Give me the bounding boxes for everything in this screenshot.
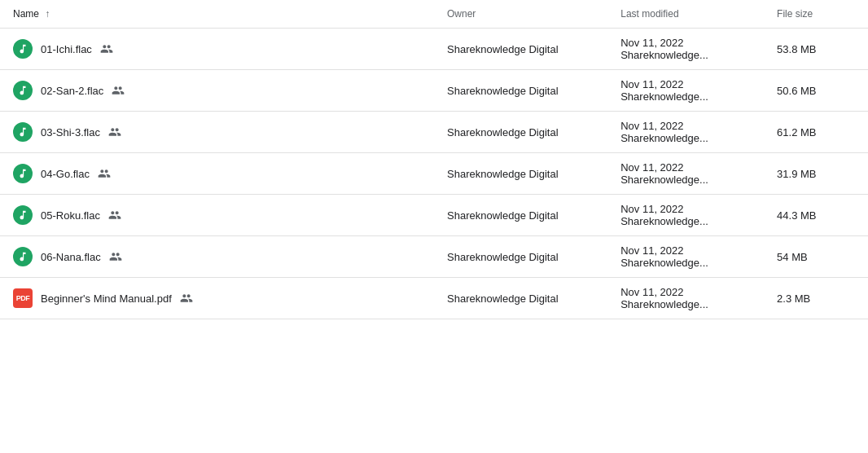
size-cell: 54 MB	[764, 236, 868, 278]
size-cell: 2.3 MB	[764, 278, 868, 319]
file-name-label: 04-Go.flac	[41, 168, 90, 180]
modified-cell: Nov 11, 2022 Shareknowledge...	[607, 278, 764, 319]
file-name-label: 06-Nana.flac	[41, 251, 101, 263]
modified-cell: Nov 11, 2022 Shareknowledge...	[607, 29, 764, 70]
owner-cell: Shareknowledge Digital	[434, 29, 607, 70]
file-name-label: Beginner's Mind Manual.pdf	[41, 292, 172, 305]
size-cell: 50.6 MB	[764, 70, 868, 112]
audio-file-icon	[13, 81, 33, 100]
file-name-label: 02-San-2.flac	[41, 85, 103, 97]
column-header-size[interactable]: File size	[764, 0, 868, 29]
owner-cell: Shareknowledge Digital	[434, 70, 607, 112]
owner-cell: Shareknowledge Digital	[434, 153, 607, 195]
size-cell: 53.8 MB	[764, 29, 868, 70]
name-cell: 02-San-2.flac	[0, 70, 434, 112]
shared-icon	[112, 84, 125, 97]
size-cell: 31.9 MB	[764, 153, 868, 195]
column-header-owner[interactable]: Owner	[434, 0, 607, 29]
modified-cell: Nov 11, 2022 Shareknowledge...	[607, 153, 764, 195]
table-row[interactable]: 04-Go.flac Shareknowledge DigitalNov 11,…	[0, 153, 868, 195]
table-row[interactable]: 01-Ichi.flac Shareknowledge DigitalNov 1…	[0, 29, 868, 70]
audio-file-icon	[13, 122, 33, 142]
name-cell: 01-Ichi.flac	[0, 29, 434, 70]
owner-cell: Shareknowledge Digital	[434, 112, 607, 153]
column-header-modified[interactable]: Last modified	[607, 0, 764, 29]
name-cell: 06-Nana.flac	[0, 236, 434, 278]
file-name-label: 01-Ichi.flac	[41, 43, 92, 55]
audio-file-icon	[13, 164, 33, 183]
column-header-name[interactable]: Name ↑	[0, 0, 434, 29]
column-modified-label: Last modified	[620, 8, 678, 20]
audio-file-icon	[13, 247, 33, 266]
owner-cell: Shareknowledge Digital	[434, 236, 607, 278]
pdf-file-icon: PDF	[13, 288, 33, 308]
sort-arrow-icon: ↑	[45, 8, 50, 20]
modified-cell: Nov 11, 2022 Shareknowledge...	[607, 195, 764, 236]
modified-cell: Nov 11, 2022 Shareknowledge...	[607, 236, 764, 278]
owner-cell: Shareknowledge Digital	[434, 278, 607, 319]
column-name-label: Name	[13, 8, 39, 20]
shared-icon	[180, 292, 193, 305]
file-table: Name ↑ Owner Last modified File size 01-…	[0, 0, 868, 319]
size-cell: 44.3 MB	[764, 195, 868, 236]
owner-cell: Shareknowledge Digital	[434, 195, 607, 236]
column-size-label: File size	[777, 8, 813, 20]
shared-icon	[100, 42, 113, 55]
shared-icon	[109, 250, 122, 263]
table-row[interactable]: 06-Nana.flac Shareknowledge DigitalNov 1…	[0, 236, 868, 278]
column-owner-label: Owner	[447, 8, 476, 20]
shared-icon	[108, 209, 121, 222]
file-name-label: 03-Shi-3.flac	[41, 126, 100, 139]
modified-cell: Nov 11, 2022 Shareknowledge...	[607, 70, 764, 112]
name-cell: PDFBeginner's Mind Manual.pdf	[0, 278, 434, 319]
table-row[interactable]: PDFBeginner's Mind Manual.pdf Shareknowl…	[0, 278, 868, 319]
audio-file-icon	[13, 39, 33, 59]
table-row[interactable]: 02-San-2.flac Shareknowledge DigitalNov …	[0, 70, 868, 112]
name-cell: 03-Shi-3.flac	[0, 112, 434, 153]
name-cell: 04-Go.flac	[0, 153, 434, 195]
audio-file-icon	[13, 205, 33, 225]
name-cell: 05-Roku.flac	[0, 195, 434, 236]
shared-icon	[98, 167, 111, 180]
table-row[interactable]: 03-Shi-3.flac Shareknowledge DigitalNov …	[0, 112, 868, 153]
table-row[interactable]: 05-Roku.flac Shareknowledge DigitalNov 1…	[0, 195, 868, 236]
shared-icon	[108, 125, 121, 139]
size-cell: 61.2 MB	[764, 112, 868, 153]
modified-cell: Nov 11, 2022 Shareknowledge...	[607, 112, 764, 153]
file-name-label: 05-Roku.flac	[41, 209, 100, 222]
